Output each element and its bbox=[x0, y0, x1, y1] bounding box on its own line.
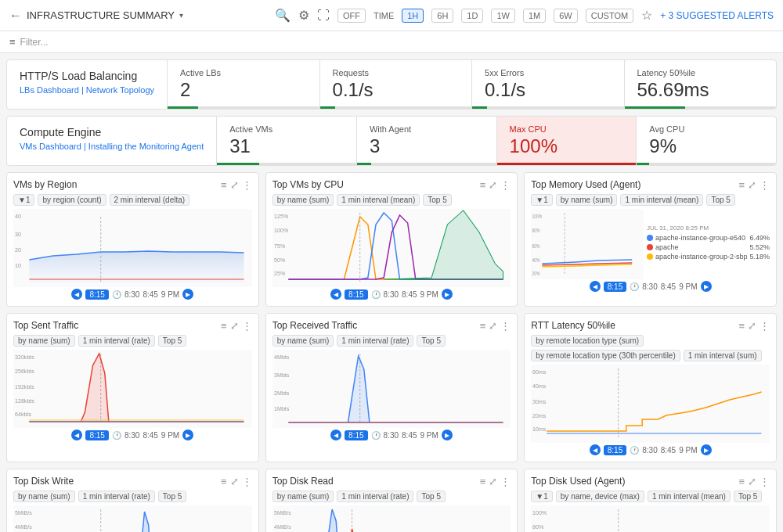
time-1d-btn[interactable]: 1D bbox=[461, 9, 483, 23]
tag-interval[interactable]: 1 min interval (mean) bbox=[648, 491, 731, 502]
network-topology-link[interactable]: Network Topology bbox=[86, 85, 154, 95]
chart-prev-btn[interactable]: ◀ bbox=[590, 444, 601, 455]
settings-icon[interactable]: ⚙ bbox=[298, 8, 309, 23]
tag-interval[interactable]: 1 min interval (rate) bbox=[78, 335, 155, 347]
more-icon[interactable]: ⋮ bbox=[760, 476, 770, 487]
tag-by-name[interactable]: by name (sum) bbox=[556, 194, 618, 206]
tag-top5[interactable]: Top 5 bbox=[417, 335, 445, 347]
chart-next-btn[interactable]: ▶ bbox=[442, 430, 453, 440]
tag-by-name[interactable]: by name (sum) bbox=[272, 194, 334, 206]
list-icon[interactable]: ≡ bbox=[480, 476, 486, 487]
list-icon[interactable]: ≡ bbox=[738, 179, 745, 191]
svg-text:192kbts: 192kbts bbox=[15, 384, 34, 390]
more-icon[interactable]: ⋮ bbox=[242, 476, 252, 487]
tag-top5[interactable]: Top 5 bbox=[158, 491, 186, 502]
more-icon[interactable]: ⋮ bbox=[760, 179, 770, 191]
time-custom-btn[interactable]: CUSTOM bbox=[586, 9, 633, 23]
tag-interval[interactable]: 1 min interval (rate) bbox=[78, 491, 155, 502]
expand-icon[interactable]: ⤢ bbox=[748, 179, 756, 191]
tag-interval[interactable]: 1 min interval (mean) bbox=[620, 194, 703, 206]
tag-by-name[interactable]: by name (sum) bbox=[272, 335, 334, 347]
compute-section-title: Compute Engine VMs Dashboard | Installin… bbox=[7, 117, 217, 165]
time-1w-btn[interactable]: 1W bbox=[491, 9, 515, 23]
tag-interval[interactable]: 1 min interval (sum) bbox=[684, 350, 762, 361]
back-icon[interactable]: ← bbox=[9, 9, 22, 23]
list-icon[interactable]: ≡ bbox=[221, 476, 227, 487]
vms-dashboard-link[interactable]: VMs Dashboard bbox=[20, 142, 81, 151]
expand-icon[interactable]: ⤢ bbox=[489, 179, 497, 191]
chart-rtt-latency-footer: ◀ 8:15 🕐 8:30 8:45 9 PM ▶ bbox=[531, 444, 770, 455]
tag-filter[interactable]: ▼1 bbox=[13, 194, 34, 206]
fullscreen-icon[interactable]: ⛶ bbox=[317, 9, 330, 23]
expand-icon[interactable]: ⤢ bbox=[489, 476, 497, 487]
chart-prev-btn[interactable]: ◀ bbox=[330, 289, 341, 300]
chart-time-icon: 🕐 bbox=[630, 282, 639, 291]
legend-name-2: apache bbox=[655, 243, 679, 251]
tag-interval[interactable]: 1 min interval (mean) bbox=[337, 194, 420, 206]
search-icon[interactable]: 🔍 bbox=[275, 8, 290, 23]
more-icon[interactable]: ⋮ bbox=[242, 320, 252, 332]
tag-by-name[interactable]: by name (sum) bbox=[272, 491, 334, 502]
time-6h-btn[interactable]: 6H bbox=[431, 9, 453, 23]
chart-top-disk-write-title: Top Disk Write bbox=[13, 476, 74, 487]
svg-text:50%: 50% bbox=[274, 257, 286, 263]
svg-text:4Mbts: 4Mbts bbox=[274, 354, 290, 360]
tag-filter[interactable]: ▼1 bbox=[531, 194, 552, 206]
expand-icon[interactable]: ⤢ bbox=[230, 476, 239, 487]
chart-prev-btn[interactable]: ◀ bbox=[71, 289, 82, 300]
expand-icon[interactable]: ⤢ bbox=[489, 320, 497, 332]
chart-prev-btn[interactable]: ◀ bbox=[71, 430, 82, 440]
expand-icon[interactable]: ⤢ bbox=[230, 179, 239, 191]
list-icon[interactable]: ≡ bbox=[221, 179, 227, 191]
tag-by-remote[interactable]: by remote location type (sum) bbox=[531, 335, 644, 347]
latency-label: Latency 50%ile bbox=[637, 68, 763, 77]
tag-by-name[interactable]: by name, device (max) bbox=[556, 491, 644, 502]
list-icon[interactable]: ≡ bbox=[480, 320, 486, 332]
tag-top5[interactable]: Top 5 bbox=[734, 491, 762, 502]
tag-interval[interactable]: 1 min interval (rate) bbox=[337, 491, 413, 502]
tag-interval[interactable]: 2 min interval (delta) bbox=[110, 194, 190, 206]
suggested-alerts-btn[interactable]: + 3 SUGGESTED ALERTS bbox=[660, 10, 774, 21]
chart-top-sent-icons: ≡ ⤢ ⋮ bbox=[221, 320, 252, 332]
monitoring-agent-link[interactable]: Installing the Monitoring Agent bbox=[88, 142, 204, 151]
tag-by-name[interactable]: by name (sum) bbox=[13, 491, 75, 502]
tag-filter[interactable]: ▼1 bbox=[531, 491, 552, 502]
title-dropdown-icon[interactable]: ▾ bbox=[179, 11, 183, 20]
more-icon[interactable]: ⋮ bbox=[500, 320, 511, 332]
more-icon[interactable]: ⋮ bbox=[242, 179, 252, 191]
chart-prev-btn[interactable]: ◀ bbox=[330, 430, 341, 440]
chart-next-btn[interactable]: ▶ bbox=[701, 444, 712, 455]
tag-percentile[interactable]: by remote location type (30th percentile… bbox=[531, 350, 680, 361]
more-icon[interactable]: ⋮ bbox=[760, 320, 770, 332]
list-icon[interactable]: ≡ bbox=[738, 320, 745, 332]
tag-top5[interactable]: Top 5 bbox=[423, 194, 451, 206]
expand-icon[interactable]: ⤢ bbox=[230, 320, 239, 332]
chart-top-vms-cpu-title: Top VMs by CPU bbox=[272, 179, 344, 190]
expand-icon[interactable]: ⤢ bbox=[748, 476, 756, 487]
time-1m-btn[interactable]: 1M bbox=[523, 9, 546, 23]
filter-placeholder[interactable]: Filter... bbox=[20, 37, 49, 48]
tag-top5[interactable]: Top 5 bbox=[706, 194, 734, 206]
chart-next-btn[interactable]: ▶ bbox=[182, 289, 193, 300]
chart-prev-btn[interactable]: ◀ bbox=[590, 281, 601, 292]
list-icon[interactable]: ≡ bbox=[221, 320, 227, 332]
svg-text:128kbts: 128kbts bbox=[15, 398, 34, 404]
list-icon[interactable]: ≡ bbox=[480, 179, 486, 191]
tag-top5[interactable]: Top 5 bbox=[158, 335, 186, 347]
tag-top5[interactable]: Top 5 bbox=[417, 491, 445, 502]
time-6w-btn[interactable]: 6W bbox=[554, 9, 578, 23]
star-icon[interactable]: ☆ bbox=[641, 8, 652, 23]
tag-interval[interactable]: 1 min interval (rate) bbox=[337, 335, 413, 347]
expand-icon[interactable]: ⤢ bbox=[748, 320, 756, 332]
time-1h-btn[interactable]: 1H bbox=[402, 9, 424, 23]
chart-next-btn[interactable]: ▶ bbox=[442, 289, 453, 300]
more-icon[interactable]: ⋮ bbox=[500, 476, 511, 487]
list-icon[interactable]: ≡ bbox=[738, 476, 745, 487]
tag-by-name[interactable]: by name (sum) bbox=[13, 335, 75, 347]
tag-by-region[interactable]: by region (count) bbox=[38, 194, 106, 206]
chart-next-btn[interactable]: ▶ bbox=[701, 281, 712, 292]
chart-next-btn[interactable]: ▶ bbox=[182, 430, 193, 440]
lbs-dashboard-link[interactable]: LBs Dashboard bbox=[20, 85, 79, 95]
toggle-off-btn[interactable]: OFF bbox=[337, 9, 366, 23]
more-icon[interactable]: ⋮ bbox=[500, 179, 511, 191]
